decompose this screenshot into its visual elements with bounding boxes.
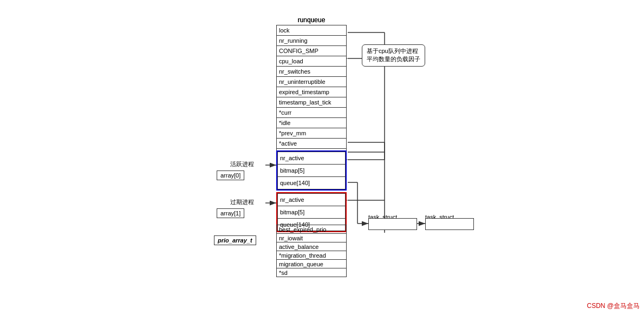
- diagram-container: runqueue runqueue lock nr_running CONFIG…: [0, 0, 644, 315]
- task-struct-box1: [368, 218, 417, 230]
- extra-fields: best_expired_prio nr_iowait active_balan…: [276, 225, 347, 277]
- field-idle: *idle: [277, 118, 347, 128]
- array1-label: array[1]: [217, 208, 244, 218]
- field-nr-iowait: nr_iowait: [277, 234, 347, 242]
- array0-text: array[0]: [220, 172, 240, 179]
- table-row: nr_switches: [277, 67, 347, 77]
- field-migration-thread: *migration_thread: [277, 251, 347, 260]
- callout-bubble: 基于cpu队列中进程 平均数量的负载因子: [362, 44, 425, 67]
- table-row: nr_active: [278, 194, 346, 206]
- extra-fields-table: best_expired_prio nr_iowait active_balan…: [276, 225, 347, 277]
- runqueue-title-text: runqueue: [276, 16, 347, 24]
- callout-line2: 平均数量的负载因子: [367, 56, 420, 62]
- table-row: CONFIG_SMP: [277, 46, 347, 56]
- table-row: *active: [277, 139, 347, 149]
- table-row: *sd: [277, 268, 347, 277]
- field-nr-running: nr_running: [277, 36, 347, 46]
- field-curr: *curr: [277, 108, 347, 118]
- field-migration-queue: migration_queue: [277, 260, 347, 268]
- field-active-balance: active_balance: [277, 242, 347, 251]
- callout-line1: 基于cpu队列中进程: [367, 48, 418, 54]
- active-nr-active: nr_active: [278, 152, 346, 165]
- field-expired-timestamp: expired_timestamp: [277, 87, 347, 97]
- prio-array-t-text: prio_array_t: [218, 237, 252, 244]
- field-nr-switches: nr_switches: [277, 67, 347, 77]
- active-process-label: 活跃进程: [230, 160, 254, 168]
- csdn-watermark: CSDN @盒马盒马: [587, 301, 640, 311]
- table-row: *migration_thread: [277, 251, 347, 260]
- field-sd: *sd: [277, 268, 347, 277]
- table-row: lock: [277, 25, 347, 36]
- active-queue: queue[140]: [278, 177, 346, 189]
- active-array: nr_active bitmap[5] queue[140]: [276, 150, 347, 191]
- array0-label: array[0]: [217, 170, 244, 180]
- runqueue-fields-table: lock nr_running CONFIG_SMP cpu_load nr_s…: [276, 25, 347, 159]
- table-row: bitmap[5]: [278, 206, 346, 219]
- expired-bitmap: bitmap[5]: [278, 206, 346, 219]
- task-struct-box2: [425, 218, 474, 230]
- table-row: bitmap[5]: [278, 165, 346, 177]
- table-row: nr_uninterruptible: [277, 77, 347, 87]
- table-row: queue[140]: [278, 177, 346, 189]
- table-row: timestamp_last_tick: [277, 97, 347, 108]
- field-active: *active: [277, 139, 347, 149]
- field-nr-uninterruptible: nr_uninterruptible: [277, 77, 347, 87]
- field-best-expired: best_expired_prio: [277, 225, 347, 234]
- table-row: *curr: [277, 108, 347, 118]
- table-row: best_expired_prio: [277, 225, 347, 234]
- table-row: migration_queue: [277, 260, 347, 268]
- field-timestamp-last-tick: timestamp_last_tick: [277, 97, 347, 108]
- expired-process-label: 过期进程: [230, 198, 254, 206]
- table-row: active_balance: [277, 242, 347, 251]
- table-row: *idle: [277, 118, 347, 128]
- table-row: *prev_mm: [277, 128, 347, 139]
- field-prev-mm: *prev_mm: [277, 128, 347, 139]
- field-config-smp: CONFIG_SMP: [277, 46, 347, 56]
- array1-text: array[1]: [220, 210, 240, 216]
- active-bitmap: bitmap[5]: [278, 165, 346, 177]
- table-row: nr_running: [277, 36, 347, 46]
- expired-nr-active: nr_active: [278, 194, 346, 206]
- table-row: expired_timestamp: [277, 87, 347, 97]
- field-lock: lock: [277, 25, 347, 36]
- table-row: nr_active: [278, 152, 346, 165]
- table-row: cpu_load: [277, 56, 347, 67]
- field-cpu-load: cpu_load: [277, 56, 347, 67]
- table-row: nr_iowait: [277, 234, 347, 242]
- runqueue-table: runqueue lock nr_running CONFIG_SMP cpu_…: [276, 16, 347, 159]
- prio-array-t-label: prio_array_t: [214, 235, 256, 245]
- active-fields-table: nr_active bitmap[5] queue[140]: [277, 152, 346, 189]
